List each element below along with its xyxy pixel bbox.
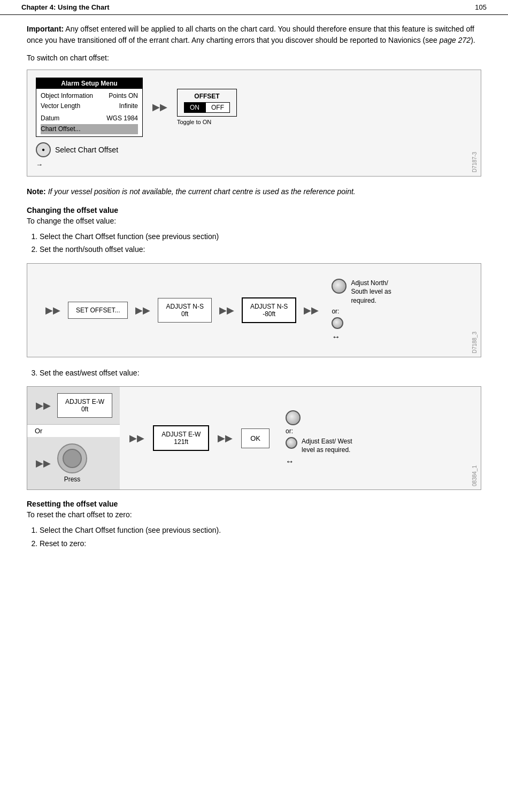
changing-steps-list: Select the Chart Offset function (see pr… [40,231,481,256]
changing-step-2: Set the north/south offset value: [40,243,481,255]
alarm-menu-row-1: Object Information Points ON [41,91,138,101]
ew-left-col: ▶▶ ADJUST E-W 0ft Or ▶▶ [27,387,120,489]
important-block: Important: Any offset entered will be ap… [27,24,481,46]
press-label: Press [64,476,81,483]
alarm-menu-row-3: Datum WGS 1984 [41,113,138,124]
changing-section: Changing the offset value To change the … [27,206,481,491]
changing-subtext: To change the offset value: [27,217,481,225]
alarm-diagram-box: Alarm Setup Menu Object Information Poin… [27,70,481,177]
press-knob-inner [63,449,82,468]
offset-buttons: ON OFF [184,102,230,113]
offset-box: OFFSET ON OFF [177,89,237,117]
important-label: Important: [27,25,64,33]
resetting-step-1: Select the Chart Offset function (see pr… [40,524,481,536]
ew-or-label-right: or: [286,427,352,435]
resetting-step-2: Reset to zero: [40,538,481,549]
ns-arrow-2: ▶▶ [135,304,150,316]
ns-arrow-1: ▶▶ [45,304,60,316]
page-number: 105 [475,3,487,11]
ns-arrow-3: ▶▶ [219,304,234,316]
alarm-diagram: Alarm Setup Menu Object Information Poin… [36,78,472,137]
set-offset-btn[interactable]: SET OFFSET... [68,302,128,319]
press-knob[interactable] [57,443,87,473]
ew-diagram: ▶▶ ADJUST E-W 0ft Or ▶▶ [27,387,481,489]
adjust-ns-0-btn[interactable]: ADJUST N-S 0ft [158,298,211,323]
alarm-menu-body: Object Information Points ON Vector Leng… [36,89,142,136]
alarm-row2-right: Infinite [119,101,138,111]
resetting-heading: Resetting the offset value [27,500,481,508]
rotary-icon: ● [36,142,51,157]
alarm-row3-right: WGS 1984 [106,113,138,124]
alarm-row3-left: Datum [41,113,59,124]
resetting-subtext: To reset the chart offset to zero: [27,510,481,519]
rotary-knob-2 [332,317,343,329]
ew-top-row: ▶▶ ADJUST E-W 0ft [27,387,120,425]
toggle-label: Toggle to ON [177,119,237,125]
ew-rotary-knob [286,410,301,425]
resetting-steps-list: Select the Chart Offset function (see pr… [40,524,481,549]
ew-arrow-mid: ▶▶ [129,432,144,444]
offset-off-button[interactable]: OFF [205,102,230,113]
note-text: If your vessel position is not available… [46,187,356,196]
ew-diagram-box: ▶▶ ADJUST E-W 0ft Or ▶▶ [27,386,481,490]
alarm-row1-left: Object Information [41,91,93,101]
ns-rotary-row-1: Adjust North/ South level as required. [332,279,391,305]
ew-rotary-knob-2 [286,437,297,449]
alarm-menu-title: Alarm Setup Menu [36,78,142,89]
ns-arrow-4: ▶▶ [304,304,319,316]
offset-on-button[interactable]: ON [184,102,205,113]
offset-box-container: OFFSET ON OFF Toggle to ON [177,89,237,125]
ew-bottom-row: ▶▶ Press [27,437,120,489]
chapter-title: Chapter 4: Using the Chart [21,3,110,11]
ok-btn[interactable]: OK [241,428,270,448]
alarm-row4-left: Chart Offset... [41,124,80,134]
arrow-to-offset: ▶▶ [152,101,167,113]
changing-step-3: Set the east/west offset value: [40,367,481,379]
ns-adjust-label: Adjust North/ South level as required. [351,279,391,305]
diagram-arrow-bottom: → [36,160,472,168]
switch-text: To switch on chart offset: [27,53,481,62]
main-content: Important: Any offset entered will be ap… [0,24,508,549]
ew-rotary-row-2: Adjust East/ West level as required. [286,437,352,455]
ew-rotary-row [286,410,352,425]
alarm-menu: Alarm Setup Menu Object Information Poin… [36,78,143,137]
ns-rotary-row-2 [332,317,391,329]
ew-arrow-bottom: ▶▶ [36,457,51,469]
note-label: Note: [27,187,46,196]
alarm-diagram-id: D7187-3 [472,152,478,172]
ew-horiz-arrow: ↔ [286,457,352,466]
changing-heading: Changing the offset value [27,206,481,215]
adjust-ew-0-btn[interactable]: ADJUST E-W 0ft [57,393,112,418]
select-label: Select Chart Offset [55,145,118,154]
ns-diagram-box: ▶▶ SET OFFSET... ▶▶ ADJUST N-S 0ft ▶▶ AD… [27,263,481,357]
ew-adjust-label: Adjust East/ West level as required. [302,437,352,455]
important-text: Any offset entered will be applied to al… [27,25,474,44]
ew-arrow-top: ▶▶ [36,400,51,411]
alarm-menu-row-selected: Chart Offset... [41,124,138,134]
ns-adjust-right: Adjust North/ South level as required. o… [332,279,391,342]
ns-or-label: or: [332,308,391,315]
ns-diagram-id: D7188_3 [472,332,478,354]
alarm-footer: ● Select Chart Offset [36,142,472,157]
adjust-ew-121-btn[interactable]: ADJUST E-W 121ft [153,425,209,451]
ew-diagram-id: 08384_1 [472,465,478,486]
adjust-ns-80-btn[interactable]: ADJUST N-S -80ft [242,297,296,323]
ns-offset-diagram: ▶▶ SET OFFSET... ▶▶ ADJUST N-S 0ft ▶▶ AD… [36,271,472,349]
offset-title: OFFSET [184,93,230,100]
alarm-row2-left: Vector Length [41,101,80,111]
ew-adjust-right: or: Adjust East/ West level as required.… [286,410,352,467]
ew-right-col: ▶▶ ADJUST E-W 121ft ▶▶ OK or: [120,387,481,489]
important-end: ). [471,36,475,44]
changing-step-1: Select the Chart Offset function (see pr… [40,231,481,242]
alarm-menu-row-2: Vector Length Infinite [41,101,138,111]
ew-or-label: Or [27,425,120,437]
important-link: page 272 [440,36,471,44]
note-block: Note: If your vessel position is not ava… [27,186,481,197]
resetting-section: Resetting the offset value To reset the … [27,500,481,549]
page-header: Chapter 4: Using the Chart 105 [0,0,508,15]
step3-list: Set the east/west offset value: [40,367,481,379]
alarm-row1-right: Points ON [109,91,138,101]
ns-horiz-arrow: ↔ [332,332,391,342]
ew-arrow-to-ok: ▶▶ [218,432,233,444]
rotary-knob-1 [332,279,347,294]
